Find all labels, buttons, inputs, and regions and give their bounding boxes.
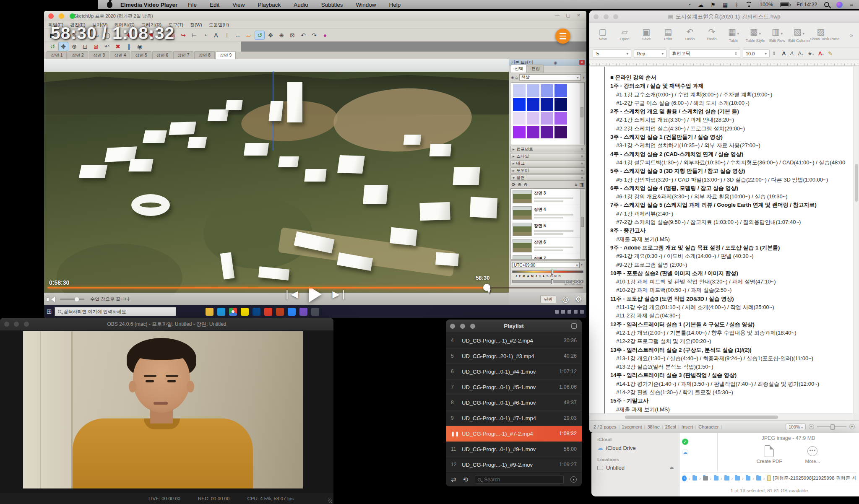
scene-tab[interactable]: 장면 7 bbox=[173, 51, 193, 59]
bookmark-icon[interactable]: ⚑ bbox=[711, 2, 716, 8]
playlist-search[interactable] bbox=[475, 475, 564, 484]
sidebar-item-icloud-drive[interactable]: ☁ iCloud Drive bbox=[597, 444, 679, 451]
tray-pin-icon[interactable]: ◉ bbox=[554, 60, 557, 65]
menubar-item[interactable]: Window bbox=[352, 2, 380, 8]
tray-section-collapsed[interactable]: ▸태그▾ bbox=[510, 160, 585, 166]
more-actions[interactable]: ••• More... bbox=[805, 445, 820, 464]
orbit-tool-icon[interactable]: ↺ bbox=[47, 42, 57, 51]
zoom-tool-icon[interactable]: ⊕ bbox=[276, 31, 286, 40]
color-swatch[interactable] bbox=[513, 112, 526, 125]
color-swatch[interactable] bbox=[513, 98, 526, 111]
repeat-icon[interactable]: ⟲ bbox=[463, 476, 469, 483]
icloud-download-icon[interactable]: ☁ bbox=[682, 449, 688, 455]
close-button[interactable] bbox=[450, 324, 455, 329]
menubar-item[interactable]: Playback bbox=[254, 2, 284, 8]
color-swatch[interactable] bbox=[541, 98, 553, 111]
next-view-icon[interactable]: ↷ bbox=[309, 31, 319, 40]
hwp-toolbar-button[interactable]: ▧Edit Column bbox=[788, 27, 810, 43]
volume-slider[interactable] bbox=[60, 299, 84, 300]
tape-measure-icon[interactable]: ⊢ bbox=[189, 31, 199, 40]
close-button[interactable] bbox=[48, 13, 54, 19]
menubar-item[interactable]: Audio bbox=[290, 2, 312, 8]
zoom-tool-icon[interactable]: ⊕ bbox=[69, 42, 79, 51]
home-icon[interactable]: ⌂ bbox=[515, 75, 518, 80]
materials-tab[interactable]: 편집 bbox=[528, 65, 544, 73]
scene-tab[interactable]: 장면 9 bbox=[216, 51, 236, 59]
scene-list-item[interactable]: 장면 3 bbox=[511, 189, 585, 205]
scene-list-item[interactable]: 장면 5 bbox=[511, 221, 585, 238]
hwp-toolbar-button[interactable]: ▣Save bbox=[635, 27, 657, 43]
hwp-toolbar-button[interactable]: ↶Undo bbox=[679, 27, 701, 43]
playlist-row[interactable]: 12 UD_CG-Progr...-1)_#9-2.mov 1:09:27 bbox=[446, 457, 582, 473]
shuffle-icon[interactable]: ⇄ bbox=[451, 476, 456, 483]
color-swatch[interactable] bbox=[541, 126, 553, 138]
zoom-level-select[interactable]: 100% ▾ bbox=[786, 423, 806, 430]
paint-bucket-icon[interactable]: ● bbox=[320, 31, 330, 40]
remove-scene-icon[interactable]: ⊖ bbox=[523, 182, 527, 187]
apple-menu-icon[interactable] bbox=[107, 2, 112, 8]
color-swatch[interactable] bbox=[541, 84, 553, 97]
hwp-toolbar-button[interactable]: ▦Table bbox=[723, 27, 744, 43]
color-swatch[interactable] bbox=[527, 98, 539, 111]
highlight-icon[interactable]: ✎ bbox=[828, 50, 833, 57]
zoom-out-icon[interactable]: − bbox=[809, 424, 814, 429]
color-swatch[interactable] bbox=[527, 84, 539, 97]
section-plane-icon[interactable]: ▱ bbox=[244, 31, 254, 40]
menubar-item[interactable]: View bbox=[229, 2, 248, 8]
playlist-row[interactable]: 9 UD_CG-Progr...0-1)_#7-1.mp4 29:03 bbox=[446, 410, 582, 426]
scene-tab[interactable]: 장면 3 bbox=[89, 51, 109, 59]
scene-tab[interactable]: 장면 6 bbox=[152, 51, 172, 59]
bluetooth-icon[interactable]: ᛒ bbox=[735, 2, 738, 8]
walk-tool-icon[interactable]: ∥ bbox=[124, 42, 134, 51]
tray-section-collapsed[interactable]: ▸도우미▾ bbox=[510, 167, 585, 174]
wifi-icon[interactable] bbox=[745, 2, 752, 8]
scene-list-item[interactable]: 장면 7 bbox=[511, 254, 585, 260]
minimize-button[interactable] bbox=[604, 14, 609, 19]
sidebar-item-untitled[interactable]: Untitled ⏏ bbox=[597, 465, 679, 471]
text-tool-icon[interactable]: A bbox=[211, 31, 221, 40]
menubar-item[interactable]: Help bbox=[385, 2, 405, 8]
playlist-row[interactable]: 5 UD_CG-Progr...20-1)_#3.mp4 40:26 bbox=[446, 348, 582, 364]
materials-tab[interactable]: 선택 bbox=[511, 65, 527, 73]
orbit-tool-icon[interactable]: ↺ bbox=[255, 31, 265, 40]
style-select[interactable]: Ъ▾ bbox=[593, 49, 631, 58]
webcam-preview[interactable] bbox=[23, 331, 303, 488]
volume-icon[interactable] bbox=[48, 296, 55, 302]
folder-icon[interactable] bbox=[756, 476, 761, 481]
hwp-toolbar-button[interactable]: ▢New bbox=[592, 27, 614, 43]
obs-status-icon[interactable]: ◔ bbox=[687, 2, 691, 8]
filter-dropdown-icon[interactable]: ▾ bbox=[570, 476, 577, 483]
player-menu-button[interactable] bbox=[555, 29, 570, 44]
update-scene-icon[interactable]: ⟳ bbox=[512, 182, 515, 187]
pan-tool-icon[interactable]: ✥ bbox=[58, 42, 68, 51]
zoom-in-icon[interactable]: + bbox=[849, 424, 855, 429]
hwp-toolbar-button[interactable]: ▨Show Task Pane bbox=[810, 27, 832, 43]
scenes-scrollbar[interactable] bbox=[580, 189, 584, 259]
back-arrow-icon[interactable]: ◈ bbox=[511, 75, 514, 80]
create-pdf-action[interactable]: Create PDF bbox=[757, 445, 782, 464]
app-menu-title[interactable]: Elmedia Video Player bbox=[117, 2, 181, 8]
text-effect-icon[interactable]: ★▾ bbox=[807, 50, 814, 57]
previous-view-icon[interactable]: ↶ bbox=[298, 31, 308, 40]
detach-window-icon[interactable] bbox=[571, 323, 577, 329]
timezone-select[interactable]: UTC+09:00▾ bbox=[512, 262, 580, 268]
search-input[interactable] bbox=[483, 476, 561, 483]
input-source-icon[interactable]: ▦ bbox=[723, 2, 728, 8]
time-slider[interactable] bbox=[512, 270, 583, 273]
toolbar-overflow-icon[interactable]: » bbox=[850, 32, 856, 39]
zoom-button[interactable] bbox=[470, 324, 475, 329]
look-around-icon[interactable]: ◉ bbox=[135, 42, 145, 51]
settings-gear-icon[interactable]: ⚙ bbox=[575, 294, 582, 304]
scene-tab[interactable]: 장면 1 bbox=[47, 51, 67, 59]
menubar-item[interactable]: Edit bbox=[206, 2, 223, 8]
font-select[interactable]: 휴먼고딕⇕ bbox=[669, 49, 740, 58]
scene-tab[interactable]: 장면 8 bbox=[194, 51, 214, 59]
dimension-tool-icon[interactable]: ↔ bbox=[233, 31, 243, 40]
color-swatch[interactable] bbox=[554, 126, 567, 138]
font-color-icon[interactable]: A▾ bbox=[818, 50, 824, 57]
notification-center-icon[interactable]: ≡ bbox=[850, 2, 853, 8]
siri-icon[interactable] bbox=[836, 2, 843, 8]
scene-list-item[interactable]: 장면 6 bbox=[511, 238, 585, 254]
color-swatch[interactable] bbox=[554, 112, 567, 125]
resize-grip[interactable] bbox=[328, 499, 332, 503]
